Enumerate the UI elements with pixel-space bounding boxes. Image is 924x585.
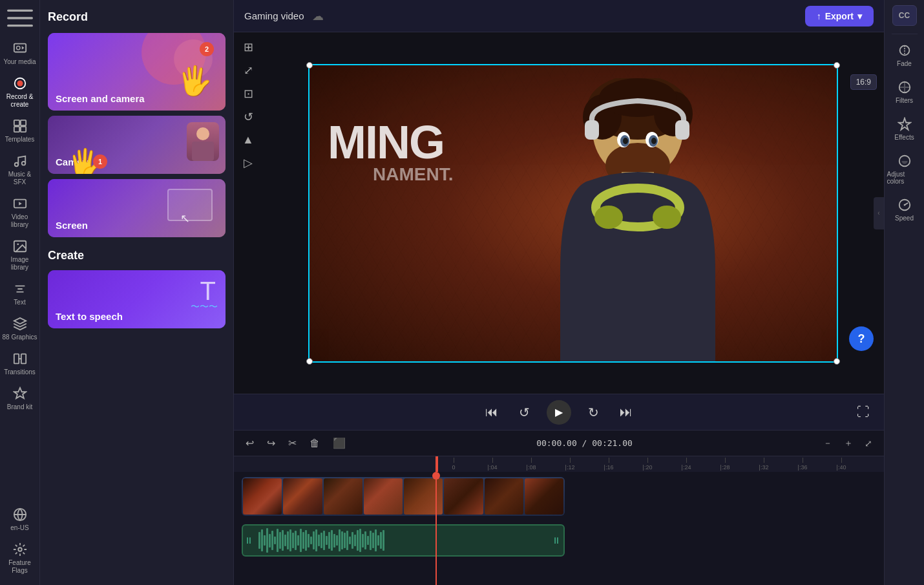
right-tool-filters[interactable]: Filters xyxy=(885,74,925,111)
main-content: Gaming video ☁ ↑ Export ▾ ⊞ ⤢ ⊡ ↺ ▲ ▷ xyxy=(234,0,884,585)
sidebar-item-image-library[interactable]: Image library xyxy=(0,234,40,277)
video-area: MING NAMENT. xyxy=(234,32,884,394)
gaming-text: MING xyxy=(328,116,444,169)
card-screen[interactable]: ↖ Screen xyxy=(48,179,226,237)
sidebar-item-label-templates: Templates xyxy=(5,136,35,144)
right-tool-effects[interactable]: Effects xyxy=(885,111,925,147)
skip-to-start-button[interactable]: ⏮ xyxy=(481,401,502,423)
svg-rect-0 xyxy=(7,10,33,12)
resize-tool[interactable]: ⤢ xyxy=(240,61,257,80)
cut-button[interactable]: ✂ xyxy=(284,434,300,452)
video-frame: MING NAMENT. xyxy=(308,64,838,363)
card-text-to-speech[interactable]: T 〜〜〜 Text to speech xyxy=(48,270,226,328)
sidebar-item-language[interactable]: en-US xyxy=(0,502,40,537)
video-clip[interactable] xyxy=(242,477,565,516)
svg-point-42 xyxy=(903,204,905,206)
time-display: 00:00.00 / 00:21.00 xyxy=(355,438,814,448)
sidebar-item-label-text: Text xyxy=(14,299,25,306)
sidebar-item-music-sfx[interactable]: Music & SFX xyxy=(0,149,40,191)
thumb-6 xyxy=(444,478,483,515)
sidebar-item-label-music-sfx: Music & SFX xyxy=(3,171,37,186)
timeline-ruler: 0 |:04 |:08 |:12 |:16 |:20 |:24 |:28 |:3… xyxy=(234,456,884,472)
sidebar-item-label-your-media: Your media xyxy=(3,58,36,66)
thumb-7 xyxy=(485,478,523,515)
right-sidebar: CC Fade Filters Effects Adjust colors xyxy=(884,0,924,585)
audio-clip[interactable]: ⏸ xyxy=(242,524,565,557)
fast-forward-button[interactable]: ↻ xyxy=(584,401,603,424)
sidebar-item-video-library[interactable]: Video library xyxy=(0,191,40,234)
captions-button[interactable]: CC xyxy=(892,5,917,26)
svg-point-19 xyxy=(18,548,22,551)
svg-rect-1 xyxy=(7,17,33,19)
sidebar-item-record-create[interactable]: Record & create xyxy=(0,71,40,114)
record-panel: Record 🖐 2 Screen and camera 🖐 1 Camera … xyxy=(40,0,234,585)
badge-1: 1 xyxy=(93,154,107,169)
card-camera-label: Camera xyxy=(56,156,91,167)
video-background: MING NAMENT. xyxy=(308,64,838,363)
rewind-button[interactable]: ↺ xyxy=(515,401,534,424)
position-tool[interactable]: ⊡ xyxy=(240,84,257,103)
right-tool-adjust-colors[interactable]: Adjust colors xyxy=(885,147,925,191)
sidebar-item-transitions[interactable]: Transitions xyxy=(0,346,40,381)
thumb-2 xyxy=(283,478,322,515)
fullscreen-button[interactable]: ⛶ xyxy=(853,401,874,423)
fit-to-screen-button[interactable]: ⤢ xyxy=(861,436,876,451)
svg-rect-8 xyxy=(20,120,25,125)
right-tool-speed[interactable]: Speed xyxy=(885,191,925,228)
playhead-line xyxy=(436,472,437,585)
add-clip-button[interactable]: ⬛ xyxy=(329,434,350,452)
undo-button[interactable]: ↩ xyxy=(242,434,258,452)
right-panel-collapse-handle[interactable]: ‹ xyxy=(874,197,884,229)
sidebar-item-label-record-create: Record & create xyxy=(3,93,37,109)
right-tool-fade[interactable]: Fade xyxy=(885,37,925,74)
help-button[interactable]: ? xyxy=(849,326,874,351)
export-label: Export xyxy=(825,11,854,21)
svg-point-4 xyxy=(16,46,20,50)
play-button[interactable]: ▶ xyxy=(547,400,571,425)
text-overlay-tool[interactable]: ▲ xyxy=(238,131,258,149)
sidebar-item-templates[interactable]: Templates xyxy=(0,114,40,149)
sidebar-item-label-image-library: Image library xyxy=(3,256,37,271)
right-tool-label-speed: Speed xyxy=(895,215,914,222)
playback-controls: ⏮ ↺ ▶ ↻ ⏭ ⛶ xyxy=(234,394,884,430)
cursor-arrow: ↖ xyxy=(180,211,190,226)
svg-rect-25 xyxy=(585,120,599,140)
waveform-icon: 〜〜〜 xyxy=(191,301,218,313)
sidebar-item-text[interactable]: Text xyxy=(0,277,40,312)
audio-track-content: ⏸ xyxy=(242,522,879,557)
sidebar-item-graphics[interactable]: 88 Graphics xyxy=(0,312,40,346)
card-camera[interactable]: 🖐 1 Camera xyxy=(48,116,226,174)
card-screen-and-camera[interactable]: 🖐 2 Screen and camera xyxy=(48,33,226,111)
sidebar-item-label-brand-kit: Brand kit xyxy=(7,403,32,411)
audio-pause-right: ⏸ xyxy=(552,535,562,546)
edit-toolbar: ⊞ ⤢ ⊡ ↺ ▲ ▷ xyxy=(234,32,262,394)
hamburger-menu[interactable] xyxy=(7,5,33,31)
create-section-title: Create xyxy=(48,249,226,262)
card-tts-label: Text to speech xyxy=(56,311,123,322)
sidebar-item-label-feature-flags: Feature Flags xyxy=(3,559,37,575)
svg-rect-7 xyxy=(14,120,19,125)
sidebar-item-your-media[interactable]: Your media xyxy=(0,36,40,71)
thumb-1 xyxy=(243,478,282,515)
redo-button[interactable]: ↪ xyxy=(263,434,279,452)
sidebar-item-feature-flags[interactable]: Feature Flags xyxy=(0,537,40,580)
delete-button[interactable]: 🗑 xyxy=(306,435,324,452)
crop-tool[interactable]: ⊞ xyxy=(240,37,257,57)
svg-rect-26 xyxy=(675,120,689,140)
export-button[interactable]: ↑ Export ▾ xyxy=(805,6,874,27)
zoom-out-button[interactable]: － xyxy=(819,435,836,452)
rotate-tool[interactable]: ↺ xyxy=(240,107,257,127)
gaming-text2: NAMENT. xyxy=(373,164,453,185)
timeline-tracks: ⏸ xyxy=(234,472,884,585)
sidebar-item-brand-kit[interactable]: Brand kit xyxy=(0,381,40,416)
send-back-tool[interactable]: ▷ xyxy=(240,153,257,173)
zoom-in-button[interactable]: ＋ xyxy=(840,435,857,452)
top-bar: Gaming video ☁ ↑ Export ▾ xyxy=(234,0,884,32)
aspect-ratio-badge: 16:9 xyxy=(850,74,877,90)
skip-to-end-button[interactable]: ⏭ xyxy=(616,401,636,423)
thumb-8 xyxy=(525,478,563,515)
ruler-mark-4: |:04 xyxy=(473,458,512,471)
svg-point-5 xyxy=(17,80,23,86)
project-title: Gaming video xyxy=(244,10,304,21)
ruler-mark-8: |:08 xyxy=(512,458,551,471)
